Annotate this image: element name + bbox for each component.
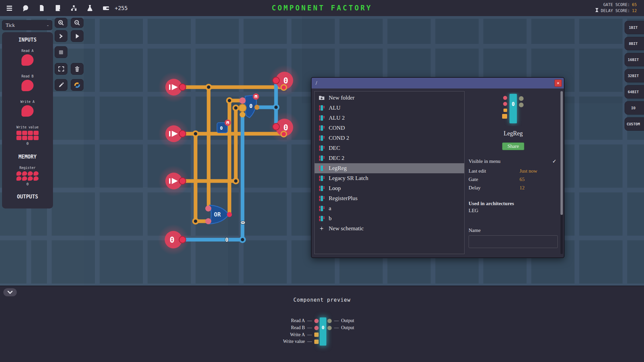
schematic-list-item[interactable]: + RegisterPlus (315, 193, 464, 203)
schematic-list-item[interactable]: + New folder (315, 93, 464, 103)
component-palette: INPUTS Read A Read B Write A (2, 32, 53, 208)
page-title: COMPONENT FACTORY (272, 4, 372, 12)
stat-label: Delay (469, 185, 520, 191)
or-output-pin[interactable] (227, 212, 232, 217)
wire-junction[interactable] (206, 85, 211, 90)
register-input-pin[interactable] (239, 98, 246, 104)
pin-label: Read B (291, 325, 305, 330)
menu-icon[interactable] (5, 4, 13, 12)
select-button[interactable] (55, 63, 67, 75)
name-input[interactable] (469, 235, 558, 248)
tick-input[interactable]: Tick - (2, 20, 52, 30)
hierarchy-icon[interactable] (70, 4, 78, 12)
schematic-list-item[interactable]: + ALU 2 (315, 113, 464, 123)
input-pin[interactable] (179, 178, 186, 184)
play-button[interactable] (71, 30, 84, 42)
input-pin[interactable] (179, 84, 186, 90)
input-pin[interactable] (179, 130, 186, 137)
pin-shape (21, 54, 34, 66)
memory-list: Register 0 (2, 166, 53, 186)
register-input-pin[interactable] (239, 104, 246, 112)
pin-stub: — (334, 325, 339, 330)
bit-width-button[interactable]: CUSTOM (625, 117, 644, 131)
schematic-name: DEC 2 (329, 155, 344, 162)
bit-width-button[interactable]: 32BIT (625, 69, 644, 82)
bit-width-button[interactable]: 64BIT (625, 85, 644, 99)
bit-width-button[interactable]: IO (625, 101, 644, 115)
schematic-list-item[interactable]: + Legacy SR Latch (315, 173, 464, 183)
color-cycle-button[interactable] (71, 79, 84, 91)
preview-left-pins: Read A — Read B — Write A — Write value … (231, 317, 319, 345)
edit-button[interactable] (55, 79, 67, 91)
schematic-name: New folder (329, 95, 355, 101)
wire-junction[interactable] (193, 131, 198, 136)
register-output-pin[interactable] (255, 105, 260, 110)
bit-width-button[interactable]: 16BIT (625, 53, 644, 66)
delete-button[interactable] (71, 63, 84, 75)
output-pin[interactable] (179, 236, 186, 243)
step-button[interactable] (55, 30, 67, 42)
schematic-list-item[interactable]: + b (315, 214, 464, 224)
delay-register[interactable]: 0 (239, 94, 260, 118)
wire-junction[interactable] (274, 105, 279, 110)
money-amount: +255 (115, 5, 128, 11)
register-output-pin[interactable] (240, 112, 246, 118)
book-icon[interactable] (54, 4, 62, 12)
palette-input-item[interactable]: Read B (2, 74, 53, 91)
dialog-titlebar[interactable]: / (312, 78, 564, 88)
schematic-details: 0 LegReg Share Visible in menu ✓ Last ed… (469, 91, 558, 254)
zoom-in-button[interactable] (55, 18, 67, 28)
used-in-value: LEG (469, 208, 558, 214)
delay-score-label: DELAY SCORE: (601, 8, 630, 13)
tick-collapse[interactable]: - (47, 22, 49, 28)
file-icon[interactable] (38, 4, 46, 12)
schematic-list-item[interactable]: + LegReg (315, 163, 464, 173)
palette-input-item[interactable]: Read A (2, 49, 53, 66)
schematic-list-item[interactable]: + a (315, 203, 464, 214)
stat-row: Delay 12 (469, 184, 558, 192)
schematic-list-item[interactable]: + DEC (315, 143, 464, 153)
schematic-list-item[interactable]: + Loop (315, 183, 464, 193)
memory-header: MEMORY (2, 154, 53, 160)
schematic-name: Legacy SR Latch (329, 175, 368, 182)
pin-label: Read A (291, 318, 305, 323)
schematic-list-item[interactable]: + COND (315, 123, 464, 133)
palette-input-item[interactable]: Write value 0 (2, 125, 53, 146)
wire-orange[interactable] (196, 134, 207, 221)
collapse-panel-button[interactable] (3, 288, 17, 296)
scrollbar-track[interactable] (560, 91, 563, 254)
wire-junction[interactable] (193, 219, 198, 224)
wire-junction[interactable] (240, 237, 245, 242)
palette-input-item[interactable]: Write A (2, 100, 53, 117)
preview-title: Component preview (0, 297, 644, 303)
wallet-icon[interactable] (102, 4, 110, 12)
share-button[interactable]: Share (502, 142, 524, 150)
tick-label: Tick (6, 22, 15, 28)
scrollbar-thumb[interactable] (560, 91, 563, 215)
or-input-pin[interactable] (205, 205, 211, 212)
schematic-list-item[interactable]: + DEC 2 (315, 153, 464, 163)
or-input-pin[interactable] (205, 218, 211, 224)
wire-junction[interactable] (233, 106, 238, 111)
zoom-out-button[interactable] (71, 18, 84, 28)
schematic-list-item[interactable]: + COND 2 (315, 133, 464, 143)
schematic-list-item[interactable]: + ALU (315, 103, 464, 113)
wire-junction[interactable] (233, 179, 238, 184)
name-label: Name (469, 228, 558, 233)
visible-in-menu-toggle[interactable]: Visible in menu ✓ (469, 158, 558, 164)
bit-width-button[interactable]: 8BIT (625, 37, 644, 50)
output-pin[interactable] (273, 123, 279, 130)
bit-width-button[interactable]: 1BIT (625, 21, 644, 34)
chat-icon[interactable] (21, 4, 30, 12)
component-icon (318, 184, 326, 192)
checkmark-icon: ✓ (552, 158, 556, 164)
close-icon[interactable]: × (554, 79, 562, 87)
stop-button[interactable] (55, 46, 67, 58)
flask-icon[interactable] (86, 4, 94, 12)
output-pin[interactable] (273, 77, 279, 84)
component-preview-panel: Component preview Read A — Read B — Writ… (0, 286, 644, 362)
schematic-list-item[interactable]: + New schematic (315, 224, 464, 234)
palette-item-label: Read A (2, 49, 53, 53)
palette-memory-item[interactable]: Register 0 (2, 166, 53, 186)
wire-junction[interactable] (227, 98, 232, 103)
